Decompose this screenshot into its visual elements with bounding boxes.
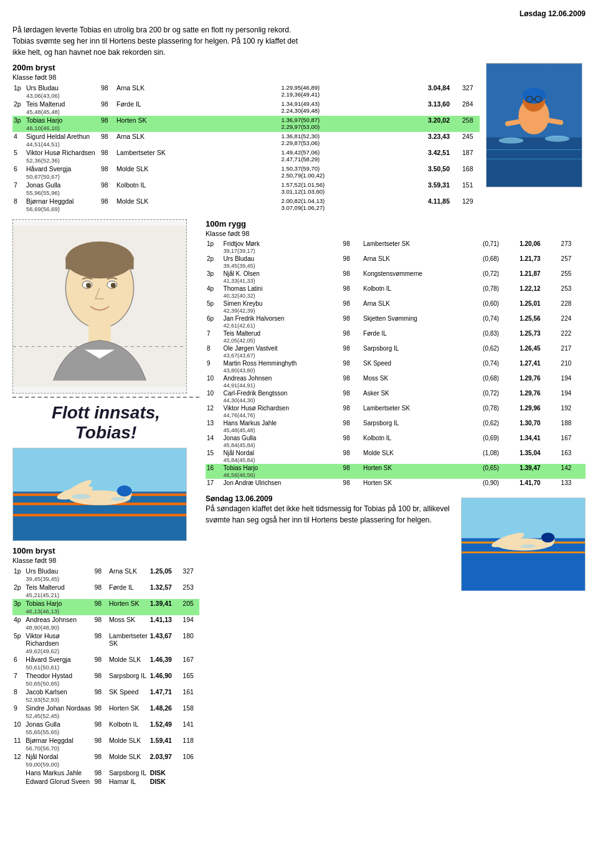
year-cell: 98 bbox=[93, 615, 108, 631]
year-cell: 98 bbox=[342, 270, 362, 285]
sunday-text: På søndagen klaffet det ikke helt tidsme… bbox=[206, 503, 455, 526]
table-row: 8 Jacob Karlsen52,93(52,93) 98 SK Speed … bbox=[12, 687, 199, 704]
points-cell: 158 bbox=[181, 704, 199, 720]
svg-point-42 bbox=[541, 532, 555, 542]
points-cell: 192 bbox=[560, 404, 586, 419]
result-cell: 2.03,97 bbox=[149, 752, 181, 768]
result-cell: 1.48,26 bbox=[149, 704, 181, 720]
swim-photo-bottom bbox=[461, 498, 586, 591]
svg-rect-18 bbox=[65, 257, 133, 270]
points-cell: 222 bbox=[560, 329, 586, 344]
year-cell: 98 bbox=[100, 132, 115, 148]
name-cell: Håvard Svergja50,67(50,67) bbox=[25, 164, 100, 181]
section-200m-title: 200m bryst bbox=[12, 63, 480, 72]
place-cell: 2p bbox=[206, 255, 222, 270]
result-cell: 3.23,43 bbox=[427, 132, 461, 148]
club-cell: Kolbotn IL bbox=[362, 285, 482, 300]
points-cell bbox=[181, 768, 199, 777]
club-cell: Molde SLK bbox=[362, 449, 482, 464]
split-cell: 1.49,42(57,06)2.47,71(58,29) bbox=[280, 148, 427, 164]
header-date: Løsdag 12.06.2009 bbox=[520, 9, 586, 18]
table-row: 4p Andreas Johnsen48,90(48,90) 98 Moss S… bbox=[12, 615, 199, 631]
place-cell: 1p bbox=[12, 567, 24, 583]
club-cell: Lambertseter SK bbox=[115, 148, 280, 164]
place-cell: 9 bbox=[12, 704, 24, 720]
year-cell: 98 bbox=[342, 314, 362, 329]
club-cell: SK Speed bbox=[108, 687, 149, 704]
table-row: 2p Teis Malterud45,48(45,48) 98 Førde IL… bbox=[12, 100, 480, 116]
split-cell: 1.50,37(59,70)2.50,79(1.00,42) bbox=[280, 164, 427, 181]
points-cell: 257 bbox=[560, 255, 586, 270]
table-row: 1p Fridtjov Mørk39,17(39,17) 98 Lamberts… bbox=[206, 240, 586, 255]
place-cell: 2p bbox=[12, 583, 24, 599]
svg-point-21 bbox=[86, 283, 91, 288]
year-cell: 98 bbox=[342, 240, 362, 255]
place-cell: 3p bbox=[12, 599, 24, 615]
name-cell: Njål Nordal45,84(45,84) bbox=[222, 449, 342, 464]
result-cell: 3.59,31 bbox=[427, 181, 461, 197]
result-cell: DISK bbox=[149, 777, 181, 786]
reaction-cell: (0,60) bbox=[482, 300, 518, 314]
year-cell: 98 bbox=[100, 116, 115, 132]
result-cell: 1.21,87 bbox=[518, 270, 559, 285]
result-cell: 1.20,06 bbox=[518, 240, 559, 255]
place-cell: 7 bbox=[206, 329, 222, 344]
club-cell: Moss SK bbox=[108, 615, 149, 631]
name-cell: Tobias Harjo46,56(46,56) bbox=[222, 464, 342, 479]
split-cell: 1.36,97(50,87)2.29,97(53,00) bbox=[280, 116, 427, 132]
place-cell: 1p bbox=[12, 83, 25, 100]
year-cell: 98 bbox=[93, 631, 108, 655]
points-cell: 284 bbox=[461, 100, 480, 116]
place-cell: 10 bbox=[206, 389, 222, 404]
points-cell: 194 bbox=[560, 374, 586, 389]
result-cell: DISK bbox=[149, 768, 181, 777]
section-100m-bryst-title: 100m bryst bbox=[12, 546, 199, 555]
svg-point-31 bbox=[117, 486, 132, 497]
place-cell bbox=[12, 768, 24, 777]
svg-point-10 bbox=[522, 88, 546, 104]
name-cell: Bjørnar Heggdal56,70(56,70) bbox=[24, 736, 93, 752]
place-cell: 6 bbox=[12, 655, 24, 671]
result-cell: 1.46,90 bbox=[149, 671, 181, 687]
place-cell: 5 bbox=[12, 148, 25, 164]
split-cell: 1.36,81(52,30)2.29,87(53,06) bbox=[280, 132, 427, 148]
table-row: Hans Markus Jahle 98 Sarpsborg IL DISK bbox=[12, 768, 199, 777]
table-row: 11 Bjørnar Heggdal56,70(56,70) 98 Molde … bbox=[12, 736, 199, 752]
year-cell: 98 bbox=[93, 720, 108, 736]
name-cell: Hans Markus Jahle45,48(45,48) bbox=[222, 419, 342, 434]
name-cell: Håvard Svergja50,61(50,61) bbox=[24, 655, 93, 671]
name-cell: Jacob Karlsen52,93(52,93) bbox=[24, 687, 93, 704]
table-row: 16 Tobias Harjo46,56(46,56) 98 Horten SK… bbox=[206, 464, 586, 479]
points-cell: 141 bbox=[181, 720, 199, 736]
reaction-cell: (0,78) bbox=[482, 285, 518, 300]
place-cell: 10 bbox=[206, 374, 222, 389]
club-cell: Hamar IL bbox=[108, 777, 149, 786]
name-cell: Jonas Gulla55,65(55,65) bbox=[24, 720, 93, 736]
club-cell: SK Speed bbox=[362, 359, 482, 374]
result-cell: 1.25,56 bbox=[518, 314, 559, 329]
table-row: 3p Tobias Harjo46,13(46,13) 98 Horten SK… bbox=[12, 599, 199, 615]
result-cell: 1.25,05 bbox=[149, 567, 181, 583]
name-cell: Theodor Hystad50,65(50,65) bbox=[24, 671, 93, 687]
name-cell: Edward Glorud Sveen bbox=[24, 777, 93, 786]
place-cell: 2p bbox=[12, 100, 25, 116]
year-cell: 98 bbox=[342, 479, 362, 487]
table-row: 8 Ole Jørgen Vastveit43,67(43,67) 98 Sar… bbox=[206, 344, 586, 359]
points-cell: 327 bbox=[181, 567, 199, 583]
place-cell: 11 bbox=[12, 736, 24, 752]
year-cell: 98 bbox=[342, 344, 362, 359]
result-cell: 1.39,41 bbox=[149, 599, 181, 615]
result-cell: 1.52,49 bbox=[149, 720, 181, 736]
place-cell: 12 bbox=[206, 404, 222, 419]
name-cell: Martin Ross Hemminghyth43,80(43,80) bbox=[222, 359, 342, 374]
points-cell: 253 bbox=[181, 583, 199, 599]
reaction-cell: (0,65) bbox=[482, 464, 518, 479]
place-cell: 4p bbox=[12, 615, 24, 631]
result-cell: 1.27,41 bbox=[518, 359, 559, 374]
points-cell: 151 bbox=[461, 181, 480, 197]
year-cell: 98 bbox=[100, 181, 115, 197]
place-cell: 8 bbox=[12, 687, 24, 704]
points-cell: 106 bbox=[181, 752, 199, 768]
place-cell: 5p bbox=[12, 631, 24, 655]
name-cell: Bjørnar Heggdal56,69(56,69) bbox=[25, 197, 100, 213]
